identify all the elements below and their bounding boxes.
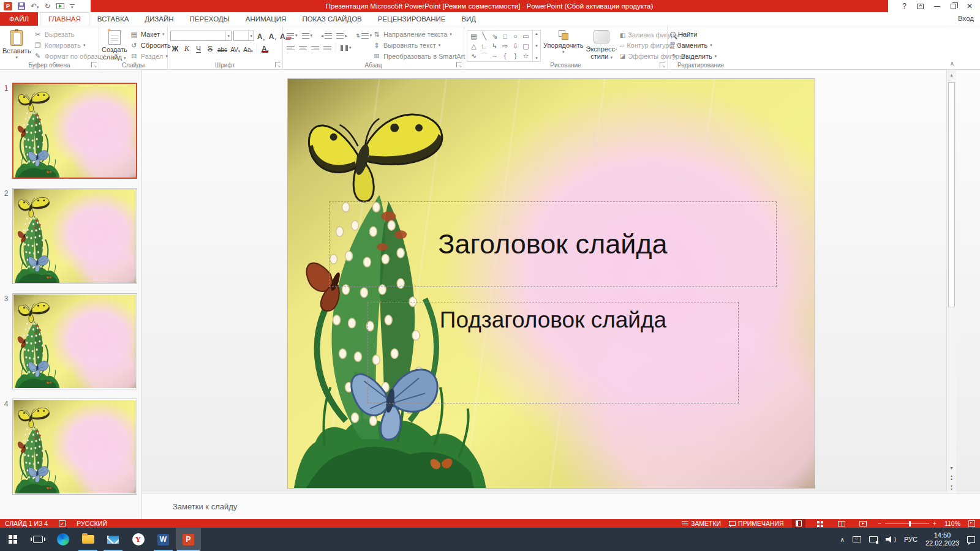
subtitle-placeholder[interactable]: Подзаголовок слайда bbox=[368, 302, 739, 403]
redo-icon[interactable]: ↻ bbox=[45, 2, 51, 10]
normal-view-button[interactable] bbox=[792, 519, 805, 528]
save-icon[interactable] bbox=[18, 2, 25, 10]
collapse-ribbon-icon[interactable]: ∧ bbox=[950, 60, 954, 67]
next-slide-icon[interactable]: ▾▾ bbox=[947, 485, 956, 491]
tab-insert[interactable]: ВСТАВКА bbox=[89, 12, 137, 26]
new-slide-button[interactable]: Создать слайд ▾ bbox=[102, 28, 127, 61]
start-button[interactable] bbox=[0, 528, 25, 551]
tab-review[interactable]: РЕЦЕНЗИРОВАНИЕ bbox=[370, 12, 454, 26]
thumbnail-slide-3[interactable]: 3 bbox=[0, 293, 141, 389]
restore-icon[interactable] bbox=[951, 4, 956, 9]
title-placeholder[interactable]: Заголовок слайда bbox=[329, 201, 777, 287]
convert-smartart-button[interactable]: ⊞ Преобразовать в SmartArt ▾ bbox=[372, 51, 470, 61]
tab-slideshow[interactable]: ПОКАЗ СЛАЙДОВ bbox=[294, 12, 369, 26]
mail-taskbar-button[interactable] bbox=[100, 528, 126, 551]
task-view-button[interactable] bbox=[25, 528, 50, 551]
bullets-button[interactable]: ▾ bbox=[285, 31, 299, 40]
slide-sorter-view-button[interactable] bbox=[813, 519, 827, 528]
strikethrough-button[interactable]: S bbox=[205, 43, 215, 53]
text-direction-button[interactable]: ⇅ Направление текста ▾ bbox=[372, 30, 470, 39]
zoom-in-icon[interactable]: + bbox=[933, 520, 937, 527]
grow-font-button[interactable]: А▴ bbox=[256, 31, 266, 41]
network-icon[interactable] bbox=[869, 536, 878, 542]
powerpoint-taskbar-button[interactable]: P bbox=[176, 528, 201, 551]
character-spacing-button[interactable]: AV▾ bbox=[230, 43, 241, 53]
start-slideshow-icon[interactable] bbox=[56, 3, 64, 9]
decrease-indent-button[interactable]: ◂ bbox=[320, 31, 333, 40]
tab-file[interactable]: ФАЙЛ bbox=[0, 12, 38, 26]
increase-indent-button[interactable]: ▸ bbox=[335, 31, 349, 40]
shrink-font-button[interactable]: А▾ bbox=[268, 31, 277, 41]
yandex-browser-taskbar-button[interactable]: Y bbox=[126, 528, 151, 551]
format-painter-button[interactable]: ✎ Формат по образцу bbox=[34, 51, 105, 61]
underline-button[interactable]: Ч bbox=[194, 43, 203, 53]
help-icon[interactable]: ? bbox=[902, 2, 907, 10]
section-button[interactable]: ⊟ Раздел ▾ bbox=[130, 51, 171, 61]
ribbon-display-options-icon[interactable] bbox=[917, 4, 924, 9]
subscript-abc-button[interactable]: abc bbox=[217, 43, 228, 53]
volume-icon[interactable]: ) bbox=[886, 536, 896, 543]
change-case-button[interactable]: Aa▾ bbox=[243, 43, 254, 53]
thumbnail-slide-2[interactable]: 2 bbox=[0, 188, 141, 284]
dialog-launcher-icon[interactable]: ↘ bbox=[456, 62, 462, 67]
tab-view[interactable]: ВИД bbox=[453, 12, 484, 26]
vertical-scrollbar[interactable]: ▴ ▾ ▴▴ ▾▾ bbox=[946, 70, 956, 493]
reset-button[interactable]: ↺ Сбросить bbox=[130, 41, 171, 50]
word-taskbar-button[interactable]: W bbox=[151, 528, 176, 551]
previous-slide-icon[interactable]: ▴▴ bbox=[947, 474, 956, 481]
columns-button[interactable]: ▾ bbox=[339, 43, 353, 53]
quick-styles-button[interactable]: Экспресс- стили ▾ bbox=[586, 28, 617, 61]
slideshow-view-button[interactable] bbox=[856, 519, 870, 528]
language-indicator[interactable]: РУССКИЙ bbox=[77, 520, 107, 527]
zoom-slider[interactable] bbox=[885, 523, 929, 524]
tab-transitions[interactable]: ПЕРЕХОДЫ bbox=[182, 12, 238, 26]
font-size-combo[interactable]: ▾ bbox=[233, 31, 254, 41]
thumbnail-slide-4[interactable]: 4 bbox=[0, 399, 141, 495]
scroll-up-icon[interactable]: ▴ bbox=[947, 72, 956, 78]
arrange-button[interactable]: Упорядочить ▾ bbox=[543, 28, 583, 61]
action-center-icon[interactable] bbox=[967, 536, 975, 543]
font-name-combo[interactable]: ▾ bbox=[170, 31, 232, 41]
undo-icon[interactable]: ↶▾ bbox=[31, 2, 39, 10]
tab-home[interactable]: ГЛАВНАЯ bbox=[40, 12, 89, 26]
dialog-launcher-icon[interactable]: ↘ bbox=[91, 62, 97, 67]
find-button[interactable]: Найти bbox=[670, 30, 717, 39]
display-tray-icon[interactable] bbox=[853, 536, 861, 542]
scrollbar-thumb[interactable] bbox=[948, 82, 955, 307]
close-icon[interactable]: ✕ bbox=[967, 2, 973, 10]
font-color-button[interactable]: А▾ bbox=[260, 43, 270, 53]
bold-button[interactable]: Ж bbox=[170, 43, 180, 53]
numbering-button[interactable]: ▾ bbox=[301, 31, 314, 40]
clock[interactable]: 14:50 22.02.2023 bbox=[925, 531, 959, 547]
comments-toggle-button[interactable]: ПРИМЕЧАНИЯ bbox=[729, 520, 784, 527]
spellcheck-icon[interactable]: ✓ bbox=[59, 520, 66, 527]
scroll-down-icon[interactable]: ▾ bbox=[947, 465, 956, 471]
notes-pane[interactable]: Заметки к слайду bbox=[142, 493, 980, 519]
align-left-button[interactable] bbox=[285, 43, 296, 53]
zoom-out-icon[interactable]: − bbox=[878, 520, 881, 527]
reading-view-button[interactable] bbox=[835, 519, 848, 528]
replace-button[interactable]: abac Заменить ▾ bbox=[670, 41, 717, 50]
line-spacing-button[interactable]: ⇅▾ bbox=[355, 31, 373, 40]
tab-design[interactable]: ДИЗАЙН bbox=[137, 12, 181, 26]
dialog-launcher-icon[interactable]: ↘ bbox=[660, 62, 665, 67]
italic-button[interactable]: К bbox=[182, 43, 192, 53]
slide-canvas[interactable]: Заголовок слайда Подзаголовок слайда bbox=[287, 78, 815, 489]
thumbnail-slide-1[interactable]: 1 bbox=[0, 83, 141, 179]
input-language-indicator[interactable]: РУС bbox=[904, 536, 918, 543]
dialog-launcher-icon[interactable]: ↘ bbox=[275, 62, 281, 67]
align-text-button[interactable]: ⇕ Выровнять текст ▾ bbox=[372, 41, 470, 50]
customize-qat-icon[interactable]: ▾ bbox=[70, 4, 75, 9]
zoom-level[interactable]: 110% bbox=[944, 520, 960, 527]
align-right-button[interactable] bbox=[310, 43, 320, 53]
cut-button[interactable]: ✂ Вырезать bbox=[34, 30, 105, 39]
select-button[interactable]: ↖ Выделить ▾ bbox=[670, 51, 717, 61]
tab-animations[interactable]: АНИМАЦИЯ bbox=[238, 12, 295, 26]
paste-button[interactable]: Вставить ▾ bbox=[2, 28, 31, 61]
shapes-gallery-scroll[interactable]: ▴▾▾ bbox=[533, 30, 541, 62]
shapes-gallery[interactable]: ▤╲⇘ □○▭ △∟↳ ⇨⇩▢ ∿⌒～ {}☆ bbox=[467, 30, 533, 62]
justify-button[interactable] bbox=[322, 43, 333, 53]
hidden-icons-chevron[interactable]: ∧ bbox=[840, 536, 845, 543]
zoom-slider-thumb[interactable] bbox=[909, 521, 911, 527]
file-explorer-taskbar-button[interactable] bbox=[75, 528, 100, 551]
